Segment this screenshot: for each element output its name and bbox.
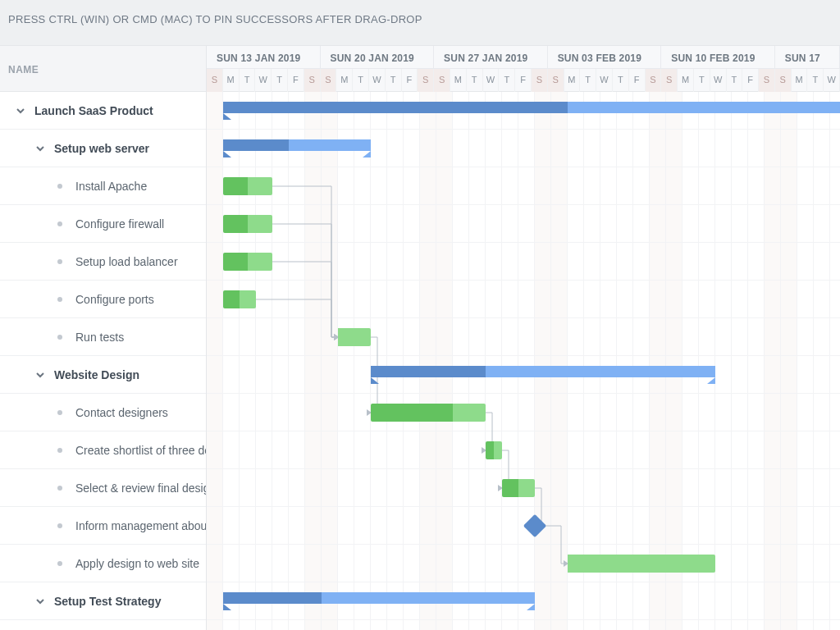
week-header: SUN 03 FEB 2019: [548, 46, 662, 68]
row-label: Setup web server: [54, 142, 149, 155]
task-bar[interactable]: [223, 290, 256, 308]
instruction-banner: PRESS CTRL (WIN) OR CMD (MAC) TO PIN SUC…: [0, 0, 840, 46]
chevron-down-icon[interactable]: [15, 105, 26, 116]
day-header: T: [240, 69, 256, 92]
bullet-icon: [57, 335, 62, 340]
day-header: M: [564, 69, 581, 92]
summary-bar[interactable]: [223, 139, 371, 151]
group-row[interactable]: Launch SaaS Product: [0, 92, 206, 130]
timeline-header: SUN 13 JAN 2019SUN 20 JAN 2019SUN 27 JAN…: [207, 46, 840, 92]
day-header: S: [775, 69, 792, 92]
task-bar[interactable]: [223, 215, 272, 233]
task-row[interactable]: Apply design to web site: [0, 545, 206, 582]
week-header: SUN 17: [775, 46, 840, 68]
day-header: T: [499, 69, 515, 92]
row-label: Create shortlist of three designers: [75, 444, 206, 457]
row-label: Run tests: [75, 331, 124, 344]
group-row[interactable]: Setup web server: [0, 130, 206, 167]
week-header: SUN 27 JAN 2019: [434, 46, 548, 68]
task-row[interactable]: Configure ports: [0, 281, 206, 318]
day-header: S: [207, 69, 223, 92]
bullet-icon: [57, 259, 62, 264]
day-header: S: [434, 69, 450, 92]
bullet-icon: [57, 221, 62, 226]
chevron-down-icon[interactable]: [34, 596, 46, 607]
chevron-down-icon[interactable]: [34, 369, 46, 381]
day-header: S: [418, 69, 434, 92]
task-row[interactable]: Run tests: [0, 318, 206, 356]
timeline-panel[interactable]: SUN 13 JAN 2019SUN 20 JAN 2019SUN 27 JAN…: [207, 46, 840, 630]
day-header: W: [483, 69, 500, 92]
summary-bar[interactable]: [371, 366, 715, 377]
row-label: Setup load balancer: [75, 255, 178, 268]
day-header: M: [678, 69, 694, 92]
day-header: S: [548, 69, 564, 92]
group-row[interactable]: Website Design: [0, 356, 206, 394]
task-tree-panel: NAME Launch SaaS ProductSetup web server…: [0, 46, 207, 630]
day-header: W: [369, 69, 386, 92]
day-header: S: [532, 69, 548, 92]
chevron-down-icon[interactable]: [34, 143, 46, 154]
day-header: W: [255, 69, 272, 92]
task-row[interactable]: Setup load balancer: [0, 243, 206, 281]
day-header: M: [336, 69, 353, 92]
week-header: SUN 10 FEB 2019: [661, 46, 775, 68]
row-label: Website Design: [54, 368, 139, 381]
week-header: SUN 20 JAN 2019: [321, 46, 435, 68]
task-rows: Launch SaaS ProductSetup web serverInsta…: [0, 92, 206, 630]
day-header: T: [272, 69, 288, 92]
day-header: F: [629, 69, 646, 92]
task-bar[interactable]: [223, 177, 272, 195]
main-area: NAME Launch SaaS ProductSetup web server…: [0, 46, 840, 630]
day-header: W: [824, 69, 840, 92]
bullet-icon: [57, 523, 62, 528]
row-label: Contact designers: [75, 406, 168, 419]
day-header: W: [710, 69, 727, 92]
column-header-name[interactable]: NAME: [0, 46, 206, 92]
row-label: Setup Test Strategy: [54, 595, 161, 608]
task-bar[interactable]: [502, 479, 535, 497]
day-header: T: [580, 69, 596, 92]
summary-bar[interactable]: [223, 592, 535, 604]
row-label: Launch SaaS Product: [34, 104, 153, 117]
day-header: F: [515, 69, 532, 92]
task-bar[interactable]: [486, 441, 502, 459]
row-label: Apply design to web site: [75, 557, 199, 570]
bullet-icon: [57, 410, 62, 415]
task-row[interactable]: Inform management about decision: [0, 507, 206, 545]
task-row[interactable]: Configure firewall: [0, 205, 206, 243]
day-header: T: [613, 69, 629, 92]
day-header: M: [450, 69, 467, 92]
summary-bar[interactable]: [223, 102, 840, 113]
day-header: F: [742, 69, 759, 92]
day-header: F: [402, 69, 418, 92]
day-header: F: [288, 69, 304, 92]
day-header: S: [661, 69, 678, 92]
task-row[interactable]: Create shortlist of three designers: [0, 431, 206, 469]
task-row[interactable]: Contact designers: [0, 394, 206, 431]
row-label: Inform management about decision: [75, 519, 206, 532]
bullet-icon: [57, 297, 62, 302]
day-header: M: [223, 69, 240, 92]
day-header: S: [759, 69, 775, 92]
day-header: T: [353, 69, 369, 92]
row-label: Select & review final design: [75, 482, 206, 495]
bullet-icon: [57, 486, 62, 491]
task-bar[interactable]: [338, 328, 371, 346]
day-header: S: [321, 69, 337, 92]
gantt-chart[interactable]: [207, 92, 840, 630]
task-bar[interactable]: [223, 253, 272, 271]
day-header: T: [807, 69, 824, 92]
task-bar[interactable]: [371, 404, 486, 422]
group-row[interactable]: Setup Test Strategy: [0, 582, 206, 620]
task-row[interactable]: Install Apache: [0, 167, 206, 205]
day-header: S: [304, 69, 321, 92]
day-header: M: [792, 69, 808, 92]
day-header: T: [467, 69, 483, 92]
task-row[interactable]: Select & review final design: [0, 469, 206, 507]
bullet-icon: [57, 184, 62, 189]
day-header: T: [727, 69, 743, 92]
task-bar[interactable]: [568, 555, 715, 573]
row-label: Install Apache: [75, 180, 147, 193]
day-header: W: [596, 69, 613, 92]
